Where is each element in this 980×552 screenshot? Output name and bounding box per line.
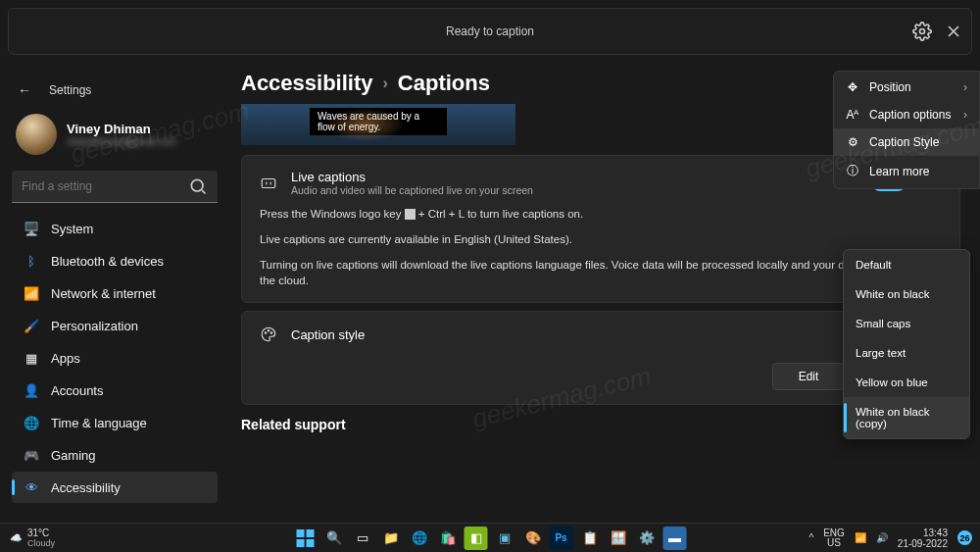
flyout-learn-more[interactable]: ⓘLearn more — [834, 156, 979, 186]
live-captions-title: Live captions — [291, 170, 533, 184]
gamepad-icon: 🎮 — [24, 447, 39, 463]
svg-point-0 — [920, 29, 925, 34]
app-icon[interactable]: ▬ — [663, 527, 687, 550]
caption-flyout: ✥Position› AᴬCaption options› ⚙Caption S… — [833, 71, 980, 189]
svg-point-1 — [191, 179, 203, 191]
dropdown-item-selected[interactable]: White on black (copy) — [844, 397, 969, 438]
chevron-right-icon: › — [383, 75, 388, 92]
sidebar-item-gaming[interactable]: 🎮Gaming — [12, 439, 218, 471]
start-icon[interactable] — [294, 527, 318, 550]
live-captions-bar: Ready to caption — [8, 8, 972, 55]
person-icon: 👤 — [24, 382, 39, 398]
edit-button[interactable]: Edit — [772, 363, 846, 390]
svg-rect-6 — [297, 529, 305, 537]
sidebar-item-time[interactable]: 🌐Time & language — [12, 407, 218, 438]
avatar — [16, 114, 57, 155]
font-icon: Aᴬ — [846, 108, 859, 122]
cloud-icon: ☁️ — [10, 532, 22, 543]
preview-caption-text: Waves are caused by a flow of energy. — [310, 108, 447, 135]
accessibility-icon: 👁 — [24, 479, 39, 495]
explorer-icon[interactable]: 📁 — [379, 527, 403, 550]
app-icon[interactable]: ◧ — [465, 527, 488, 550]
notification-badge[interactable]: 26 — [957, 530, 972, 545]
close-icon[interactable] — [944, 22, 963, 41]
caption-preview: Waves are caused by a flow of energy. — [241, 104, 515, 145]
live-captions-line3: Turning on live captions will download t… — [260, 257, 942, 288]
user-email: vineydhiman@gmail.com — [67, 136, 176, 147]
live-captions-line1: Press the Windows logo key + Ctrl + L to… — [260, 206, 942, 222]
flyout-caption-options[interactable]: AᴬCaption options› — [834, 101, 979, 128]
globe-icon: 🌐 — [24, 415, 39, 430]
dropdown-item[interactable]: White on black — [844, 279, 969, 309]
weather-widget[interactable]: ☁️ 31°C Cloudy — [0, 527, 55, 548]
app-icon[interactable]: 🎨 — [521, 527, 545, 550]
winlogo-icon — [405, 209, 416, 220]
flyout-position[interactable]: ✥Position› — [834, 74, 979, 101]
caption-style-dropdown: Default White on black Small caps Large … — [843, 249, 970, 439]
search-box[interactable] — [12, 171, 218, 203]
dropdown-item[interactable]: Large text — [844, 338, 969, 368]
sidebar-item-network[interactable]: 📶Network & internet — [12, 277, 218, 309]
store-icon[interactable]: 🛍️ — [436, 527, 460, 550]
monitor-icon: 🖥️ — [24, 221, 39, 236]
breadcrumb-current: Captions — [398, 71, 490, 96]
dropdown-item[interactable]: Yellow on blue — [844, 368, 969, 397]
svg-rect-2 — [262, 178, 275, 187]
back-arrow-icon[interactable]: ← — [18, 82, 31, 98]
info-icon: ⓘ — [846, 163, 859, 179]
flyout-caption-style[interactable]: ⚙Caption Style — [834, 128, 979, 156]
system-tray[interactable]: ^ ENG US 📶 🔊 13:43 21-09-2022 26 — [808, 527, 972, 549]
taskbar: ☁️ 31°C Cloudy 🔍 ▭ 📁 🌐 🛍️ ◧ ▣ 🎨 Ps 📋 🪟 ⚙… — [0, 523, 980, 552]
sidebar-item-personalization[interactable]: 🖌️Personalization — [12, 310, 218, 341]
nav: 🖥️System ᛒBluetooth & devices 📶Network &… — [12, 213, 218, 503]
caption-status: Ready to caption — [446, 25, 534, 38]
search-icon[interactable]: 🔍 — [322, 527, 346, 550]
move-icon: ✥ — [846, 80, 859, 94]
svg-rect-7 — [307, 529, 315, 537]
photoshop-icon[interactable]: Ps — [550, 527, 573, 550]
taskview-icon[interactable]: ▭ — [351, 527, 374, 550]
taskbar-center: 🔍 ▭ 📁 🌐 🛍️ ◧ ▣ 🎨 Ps 📋 🪟 ⚙️ ▬ — [294, 527, 687, 550]
brush-icon: 🖌️ — [24, 318, 39, 333]
edge-icon[interactable]: 🌐 — [408, 527, 431, 550]
chevron-right-icon: › — [963, 108, 967, 122]
volume-icon[interactable]: 🔊 — [876, 532, 888, 543]
svg-point-4 — [268, 330, 270, 332]
chevron-right-icon: › — [963, 80, 967, 94]
chevron-up-icon[interactable]: ^ — [808, 532, 813, 543]
sidebar-item-bluetooth[interactable]: ᛒBluetooth & devices — [12, 245, 218, 276]
gear-icon: ⚙ — [846, 135, 859, 149]
dropdown-item[interactable]: Small caps — [844, 309, 969, 338]
live-captions-line2: Live captions are currently available in… — [260, 231, 942, 247]
clock-date: 21-09-2022 — [898, 538, 948, 549]
sidebar-item-apps[interactable]: ▦Apps — [12, 342, 218, 374]
wifi-icon[interactable]: 📶 — [855, 532, 866, 543]
cc-icon — [260, 175, 277, 192]
svg-point-3 — [265, 332, 267, 334]
sidebar-item-system[interactable]: 🖥️System — [12, 213, 218, 244]
settings-icon[interactable]: ⚙️ — [635, 527, 659, 550]
palette-icon — [260, 326, 277, 343]
search-input[interactable] — [22, 179, 188, 193]
app-icon[interactable]: 🪟 — [607, 527, 630, 550]
sidebar-item-accounts[interactable]: 👤Accounts — [12, 375, 218, 406]
user-name: Viney Dhiman — [67, 122, 176, 136]
svg-rect-9 — [307, 539, 315, 547]
wifi-icon: 📶 — [24, 285, 39, 301]
sidebar: ← Settings Viney Dhiman vineydhiman@gmai… — [0, 71, 229, 523]
svg-rect-8 — [297, 539, 305, 547]
caption-style-title: Caption style — [291, 327, 365, 342]
breadcrumb-parent[interactable]: Accessibility — [241, 71, 373, 96]
app-icon[interactable]: 📋 — [578, 527, 602, 550]
user-block[interactable]: Viney Dhiman vineydhiman@gmail.com — [12, 108, 218, 169]
bluetooth-icon: ᛒ — [24, 253, 39, 269]
search-icon[interactable] — [188, 176, 208, 196]
app-icon[interactable]: ▣ — [493, 527, 516, 550]
sidebar-item-accessibility[interactable]: 👁Accessibility — [12, 472, 218, 503]
live-captions-sub: Audio and video will be captioned live o… — [291, 184, 533, 196]
grid-icon: ▦ — [24, 350, 39, 366]
svg-point-5 — [270, 332, 272, 334]
app-title: Settings — [49, 83, 91, 97]
dropdown-item[interactable]: Default — [844, 250, 969, 279]
gear-icon[interactable] — [912, 22, 932, 41]
